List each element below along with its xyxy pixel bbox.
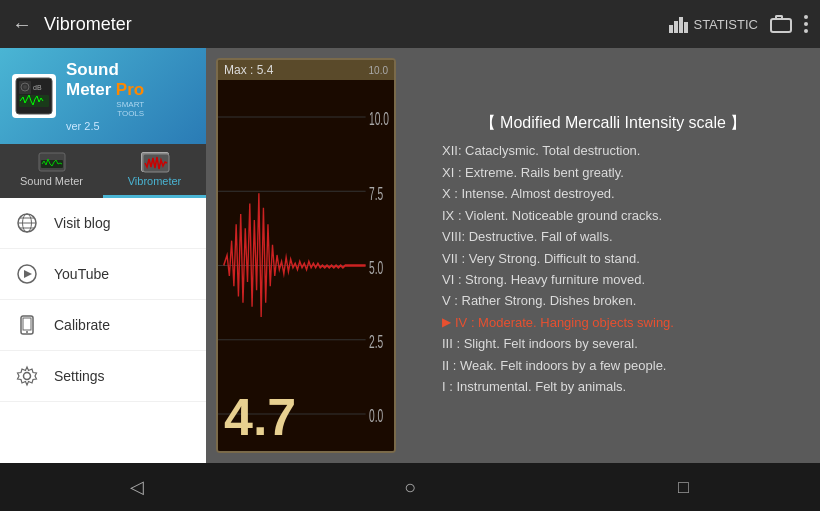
app-name-pro: Pro xyxy=(116,80,144,99)
chart-icon xyxy=(669,15,689,33)
svg-text:dB: dB xyxy=(33,84,42,91)
mercalli-list: XII: Cataclysmic. Total destruction. XI … xyxy=(426,140,800,397)
svg-text:5.0: 5.0 xyxy=(369,256,383,277)
phone-icon xyxy=(16,314,38,336)
youtube-label: YouTube xyxy=(54,266,109,282)
mercalli-item-xi: XI : Extreme. Rails bent greatly. xyxy=(426,162,800,183)
sidebar-tabs: Sound Meter Vibrometer xyxy=(0,144,206,198)
sound-meter-tab-label: Sound Meter xyxy=(20,175,83,187)
main-content: dB Sound Meter Pro SMARTTOOLS ver 2.5 xyxy=(0,48,820,463)
camera-button[interactable] xyxy=(770,15,792,33)
calibrate-label: Calibrate xyxy=(54,317,110,333)
menu-item-settings[interactable]: Settings xyxy=(0,351,206,402)
globe-icon xyxy=(16,212,38,234)
mercalli-item-iii: III : Slight. Felt indoors by several. xyxy=(426,333,800,354)
settings-label: Settings xyxy=(54,368,105,384)
svg-text:0.0: 0.0 xyxy=(369,405,383,426)
more-menu-button[interactable] xyxy=(804,15,808,33)
meter-icon-svg: dB xyxy=(15,77,53,115)
svg-rect-32 xyxy=(23,318,31,330)
gauge-top: Max : 5.4 10.0 xyxy=(218,60,394,80)
menu-item-visit-blog[interactable]: Visit blog xyxy=(0,198,206,249)
menu-item-calibrate[interactable]: Calibrate xyxy=(0,300,206,351)
svg-point-33 xyxy=(26,331,28,333)
smart-tools-label: SMARTTOOLS xyxy=(66,100,144,118)
tab-vibrometer[interactable]: Vibrometer xyxy=(103,144,206,198)
recent-nav-button[interactable]: □ xyxy=(658,472,708,502)
app-header: dB Sound Meter Pro SMARTTOOLS ver 2.5 xyxy=(0,48,206,144)
tab-sound-meter[interactable]: Sound Meter xyxy=(0,144,103,198)
vibe-area: Max : 5.4 10.0 xyxy=(206,48,820,463)
app-name: Sound Meter Pro xyxy=(66,60,144,100)
gauge-value: 4.7 xyxy=(224,391,296,443)
app-name-meter: Meter xyxy=(66,80,111,99)
mercalli-iv-text: IV : Moderate. Hanging objects swing. xyxy=(455,312,674,333)
mercalli-title: 【 Modified Mercalli Intensity scale 】 xyxy=(426,113,800,134)
vibrometer-tab-label: Vibrometer xyxy=(128,175,182,187)
statistic-button[interactable]: STATISTIC xyxy=(669,15,758,33)
mercalli-item-v: V : Rather Strong. Dishes broken. xyxy=(426,290,800,311)
vibrometer-tab-icon xyxy=(141,152,169,172)
app-name-container: Sound Meter Pro SMARTTOOLS ver 2.5 xyxy=(66,60,144,132)
dot3 xyxy=(804,29,808,33)
back-nav-button[interactable]: ◁ xyxy=(112,472,162,502)
gauge-widget: Max : 5.4 10.0 xyxy=(216,58,396,453)
mercalli-item-x: X : Intense. Almost destroyed. xyxy=(426,183,800,204)
gauge-scale-top: 10.0 xyxy=(369,65,388,76)
mercalli-panel: 【 Modified Mercalli Intensity scale 】 XI… xyxy=(406,48,820,463)
bottom-nav: ◁ ○ □ xyxy=(0,463,820,511)
page-title: Vibrometer xyxy=(44,14,669,35)
svg-rect-3 xyxy=(684,22,688,33)
menu-item-youtube[interactable]: YouTube xyxy=(0,249,206,300)
sidebar-menu: Visit blog YouTube xyxy=(0,198,206,463)
visit-blog-label: Visit blog xyxy=(54,215,111,231)
mercalli-item-ix: IX : Violent. Noticeable ground cracks. xyxy=(426,205,800,226)
back-button[interactable]: ← xyxy=(12,13,32,36)
mercalli-item-i: I : Instrumental. Felt by animals. xyxy=(426,376,800,397)
svg-point-34 xyxy=(24,373,31,380)
sidebar: dB Sound Meter Pro SMARTTOOLS ver 2.5 xyxy=(0,48,206,463)
home-nav-icon: ○ xyxy=(404,476,416,499)
gauge-max-label: Max : 5.4 xyxy=(224,63,273,77)
mercalli-item-xii: XII: Cataclysmic. Total destruction. xyxy=(426,140,800,161)
svg-point-19 xyxy=(23,85,27,89)
mercalli-item-iv: ▶ IV : Moderate. Hanging objects swing. xyxy=(426,312,800,333)
gauge-display: Max : 5.4 10.0 xyxy=(206,48,820,463)
current-level-arrow: ▶ xyxy=(442,313,451,333)
svg-rect-1 xyxy=(674,21,678,33)
app-icon: dB xyxy=(12,74,56,118)
back-nav-icon: ◁ xyxy=(130,476,144,498)
gauge-chart: 10.0 7.5 5.0 2.5 0.0 4.7 xyxy=(218,80,394,451)
svg-text:2.5: 2.5 xyxy=(369,331,383,352)
recent-nav-icon: □ xyxy=(678,477,689,498)
mercalli-item-vii: VII : Very Strong. Difficult to stand. xyxy=(426,248,800,269)
gear-icon xyxy=(16,365,38,387)
top-bar: ← Vibrometer STATISTIC xyxy=(0,0,820,48)
svg-rect-2 xyxy=(679,17,683,33)
svg-text:7.5: 7.5 xyxy=(369,182,383,203)
statistic-label: STATISTIC xyxy=(693,17,758,32)
dot1 xyxy=(804,15,808,19)
svg-rect-0 xyxy=(669,25,673,33)
sound-meter-tab-icon xyxy=(38,152,66,172)
play-circle-icon xyxy=(16,263,38,285)
dot2 xyxy=(804,22,808,26)
mercalli-item-vi: VI : Strong. Heavy furniture moved. xyxy=(426,269,800,290)
app-version: ver 2.5 xyxy=(66,120,144,132)
svg-marker-30 xyxy=(24,270,32,278)
mercalli-item-ii: II : Weak. Felt indoors by a few people. xyxy=(426,355,800,376)
home-nav-button[interactable]: ○ xyxy=(385,472,435,502)
mercalli-item-viii: VIII: Destructive. Fall of walls. xyxy=(426,226,800,247)
app-name-sound: Sound xyxy=(66,60,119,79)
top-bar-actions: STATISTIC xyxy=(669,15,808,33)
svg-text:10.0: 10.0 xyxy=(369,108,389,129)
